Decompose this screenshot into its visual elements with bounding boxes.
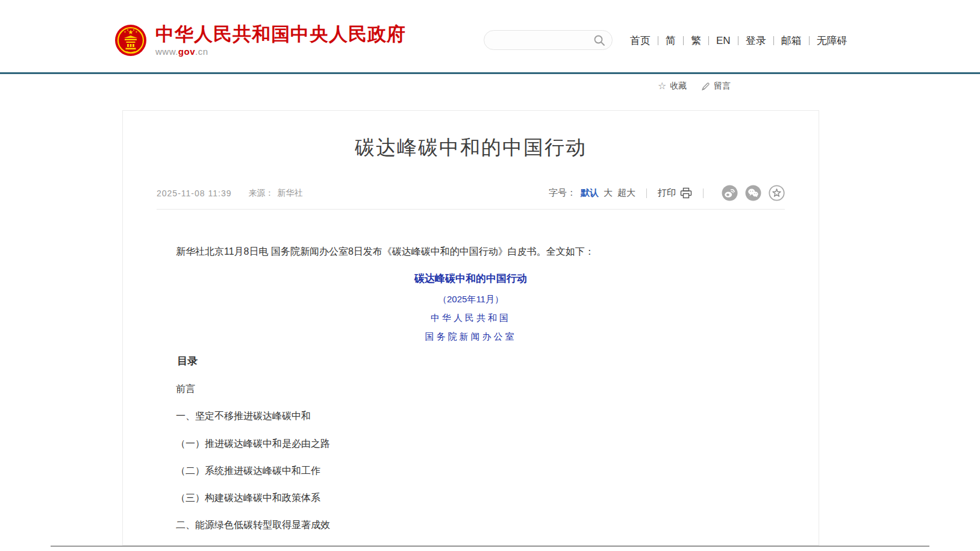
font-size-xlarge-button[interactable]: 超大 bbox=[617, 187, 635, 199]
star-icon: ☆ bbox=[658, 81, 666, 91]
top-nav: 首页 简 繁 EN 登录 邮箱 无障碍 bbox=[630, 34, 847, 48]
favorite-button[interactable]: ☆ 收藏 bbox=[658, 81, 687, 92]
doc-title: 碳达峰碳中和的中国行动 bbox=[157, 273, 785, 285]
nav-separator bbox=[773, 36, 774, 45]
search-icon[interactable] bbox=[593, 34, 605, 46]
nav-separator bbox=[708, 36, 709, 45]
print-button[interactable]: 打印 bbox=[658, 187, 692, 199]
intro-paragraph: 新华社北京11月8日电 国务院新闻办公室8日发布《碳达峰碳中和的中国行动》白皮书… bbox=[157, 246, 785, 257]
toc-heading: 目录 bbox=[157, 355, 785, 367]
nav-login[interactable]: 登录 bbox=[746, 34, 766, 48]
toc-item: （三）构建碳达峰碳中和政策体系 bbox=[157, 492, 785, 503]
site-url-gov: gov bbox=[178, 46, 195, 57]
publish-date: 2025-11-08 11:39 bbox=[157, 188, 231, 198]
national-emblem-logo bbox=[114, 24, 147, 57]
site-url-prefix: www. bbox=[155, 46, 178, 57]
nav-separator bbox=[683, 36, 684, 45]
site-url-suffix: .cn bbox=[195, 46, 208, 57]
nav-traditional[interactable]: 繁 bbox=[691, 34, 701, 48]
search-box bbox=[484, 30, 613, 50]
doc-author-line1: 中华人民共和国 bbox=[157, 313, 785, 323]
printer-icon bbox=[680, 187, 692, 199]
font-size-label: 字号： bbox=[549, 187, 576, 199]
header-divider bbox=[0, 72, 980, 74]
meta-separator bbox=[646, 188, 647, 198]
weibo-share-icon[interactable] bbox=[722, 185, 738, 201]
comment-button[interactable]: 留言 bbox=[701, 81, 731, 92]
brand-text: 中华人民共和国中央人民政府 www.gov.cn bbox=[155, 24, 406, 57]
pencil-icon bbox=[701, 82, 710, 91]
article-meta-row: 2025-11-08 11:39 来源： 新华社 字号： 默认 大 超大 打印 bbox=[157, 185, 785, 201]
doc-date: （2025年11月） bbox=[157, 294, 785, 305]
site-title: 中华人民共和国中央人民政府 bbox=[155, 24, 406, 45]
star-share-icon[interactable] bbox=[769, 185, 785, 201]
meta-separator bbox=[703, 188, 704, 198]
font-size-large-button[interactable]: 大 bbox=[604, 187, 613, 199]
toc-item: （一）推进碳达峰碳中和是必由之路 bbox=[157, 438, 785, 449]
site-brand[interactable]: 中华人民共和国中央人民政府 www.gov.cn bbox=[114, 24, 406, 57]
wechat-share-icon[interactable] bbox=[745, 185, 761, 201]
toc-item: （二）系统推进碳达峰碳中和工作 bbox=[157, 465, 785, 476]
print-label: 打印 bbox=[658, 187, 676, 199]
site-header: 中华人民共和国中央人民政府 www.gov.cn 首页 简 繁 EN 登录 邮箱… bbox=[0, 0, 980, 72]
article-body: 新华社北京11月8日电 国务院新闻办公室8日发布《碳达峰碳中和的中国行动》白皮书… bbox=[157, 246, 785, 546]
toc-item: 前言 bbox=[157, 383, 785, 394]
footer-divider bbox=[51, 546, 929, 547]
article-meta-left: 2025-11-08 11:39 来源： 新华社 bbox=[157, 188, 302, 199]
source-value[interactable]: 新华社 bbox=[277, 188, 302, 199]
favorite-label: 收藏 bbox=[670, 81, 687, 92]
nav-home[interactable]: 首页 bbox=[630, 34, 651, 48]
site-url[interactable]: www.gov.cn bbox=[155, 46, 406, 57]
nav-separator bbox=[738, 36, 738, 45]
nav-english[interactable]: EN bbox=[716, 35, 731, 47]
nav-simplified[interactable]: 简 bbox=[666, 34, 676, 48]
article-action-row: ☆ 收藏 留言 bbox=[658, 81, 731, 92]
nav-accessibility[interactable]: 无障碍 bbox=[817, 34, 847, 48]
meta-divider bbox=[157, 209, 785, 210]
article-card: 碳达峰碳中和的中国行动 2025-11-08 11:39 来源： 新华社 字号：… bbox=[122, 110, 819, 546]
toc-item: 一、坚定不移推进碳达峰碳中和 bbox=[157, 410, 785, 422]
nav-mail[interactable]: 邮箱 bbox=[781, 34, 802, 48]
source-label: 来源： bbox=[248, 188, 273, 199]
doc-author-line2: 国务院新闻办公室 bbox=[157, 331, 785, 342]
nav-separator bbox=[809, 36, 810, 45]
article-meta-tools: 字号： 默认 大 超大 打印 bbox=[549, 185, 785, 201]
toc-item: 二、能源绿色低碳转型取得显著成效 bbox=[157, 519, 785, 531]
article-title: 碳达峰碳中和的中国行动 bbox=[157, 135, 785, 160]
nav-separator bbox=[658, 36, 658, 45]
comment-label: 留言 bbox=[714, 81, 731, 92]
font-size-default-button[interactable]: 默认 bbox=[581, 187, 599, 199]
